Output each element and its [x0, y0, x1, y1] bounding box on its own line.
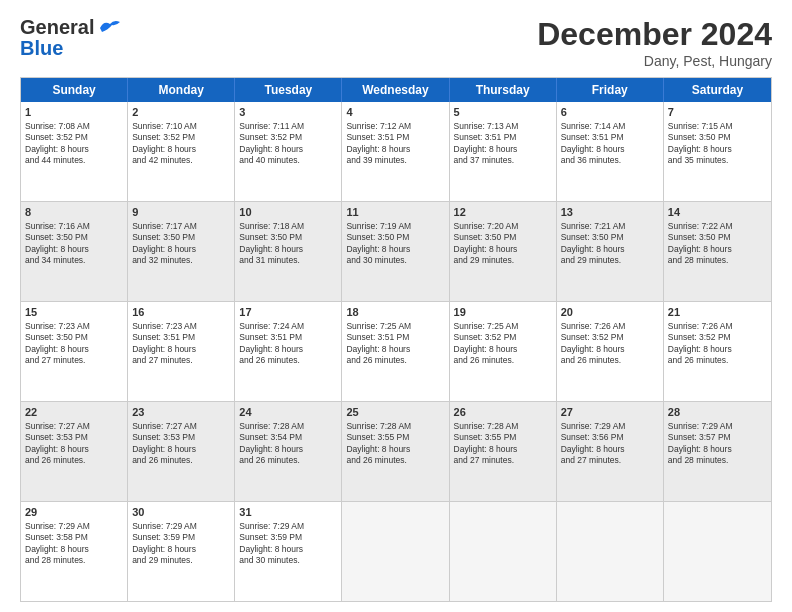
- day-info: Sunrise: 7:29 AM Sunset: 3:59 PM Dayligh…: [239, 521, 304, 565]
- day-info: Sunrise: 7:14 AM Sunset: 3:51 PM Dayligh…: [561, 121, 626, 165]
- calendar-cell: 9Sunrise: 7:17 AM Sunset: 3:50 PM Daylig…: [128, 202, 235, 301]
- day-info: Sunrise: 7:28 AM Sunset: 3:55 PM Dayligh…: [346, 421, 411, 465]
- calendar-cell: 5Sunrise: 7:13 AM Sunset: 3:51 PM Daylig…: [450, 102, 557, 201]
- logo-text: General: [20, 16, 94, 39]
- calendar-header: SundayMondayTuesdayWednesdayThursdayFrid…: [21, 78, 771, 102]
- subtitle: Dany, Pest, Hungary: [537, 53, 772, 69]
- day-info: Sunrise: 7:12 AM Sunset: 3:51 PM Dayligh…: [346, 121, 411, 165]
- calendar-week-row: 29Sunrise: 7:29 AM Sunset: 3:58 PM Dayli…: [21, 502, 771, 601]
- day-number: 27: [561, 405, 659, 420]
- day-number: 3: [239, 105, 337, 120]
- day-info: Sunrise: 7:16 AM Sunset: 3:50 PM Dayligh…: [25, 221, 90, 265]
- day-number: 7: [668, 105, 767, 120]
- calendar-cell: 28Sunrise: 7:29 AM Sunset: 3:57 PM Dayli…: [664, 402, 771, 501]
- day-info: Sunrise: 7:29 AM Sunset: 3:57 PM Dayligh…: [668, 421, 733, 465]
- logo-blue-text: Blue: [20, 37, 63, 60]
- day-info: Sunrise: 7:08 AM Sunset: 3:52 PM Dayligh…: [25, 121, 90, 165]
- calendar-cell: 21Sunrise: 7:26 AM Sunset: 3:52 PM Dayli…: [664, 302, 771, 401]
- calendar-cell: 12Sunrise: 7:20 AM Sunset: 3:50 PM Dayli…: [450, 202, 557, 301]
- calendar-cell: 13Sunrise: 7:21 AM Sunset: 3:50 PM Dayli…: [557, 202, 664, 301]
- day-info: Sunrise: 7:29 AM Sunset: 3:59 PM Dayligh…: [132, 521, 197, 565]
- day-info: Sunrise: 7:18 AM Sunset: 3:50 PM Dayligh…: [239, 221, 304, 265]
- calendar-cell: 29Sunrise: 7:29 AM Sunset: 3:58 PM Dayli…: [21, 502, 128, 601]
- calendar-cell: 19Sunrise: 7:25 AM Sunset: 3:52 PM Dayli…: [450, 302, 557, 401]
- calendar-week-row: 15Sunrise: 7:23 AM Sunset: 3:50 PM Dayli…: [21, 302, 771, 402]
- calendar-cell: 24Sunrise: 7:28 AM Sunset: 3:54 PM Dayli…: [235, 402, 342, 501]
- day-info: Sunrise: 7:15 AM Sunset: 3:50 PM Dayligh…: [668, 121, 733, 165]
- calendar-cell: 10Sunrise: 7:18 AM Sunset: 3:50 PM Dayli…: [235, 202, 342, 301]
- day-info: Sunrise: 7:19 AM Sunset: 3:50 PM Dayligh…: [346, 221, 411, 265]
- calendar-header-day: Tuesday: [235, 78, 342, 102]
- day-number: 22: [25, 405, 123, 420]
- day-number: 12: [454, 205, 552, 220]
- day-number: 10: [239, 205, 337, 220]
- day-info: Sunrise: 7:13 AM Sunset: 3:51 PM Dayligh…: [454, 121, 519, 165]
- calendar-cell: 4Sunrise: 7:12 AM Sunset: 3:51 PM Daylig…: [342, 102, 449, 201]
- calendar-cell: 16Sunrise: 7:23 AM Sunset: 3:51 PM Dayli…: [128, 302, 235, 401]
- day-number: 6: [561, 105, 659, 120]
- day-number: 19: [454, 305, 552, 320]
- calendar-cell: 6Sunrise: 7:14 AM Sunset: 3:51 PM Daylig…: [557, 102, 664, 201]
- calendar-cell: [664, 502, 771, 601]
- calendar-cell: 14Sunrise: 7:22 AM Sunset: 3:50 PM Dayli…: [664, 202, 771, 301]
- day-info: Sunrise: 7:17 AM Sunset: 3:50 PM Dayligh…: [132, 221, 197, 265]
- day-number: 4: [346, 105, 444, 120]
- calendar: SundayMondayTuesdayWednesdayThursdayFrid…: [20, 77, 772, 602]
- day-number: 30: [132, 505, 230, 520]
- day-info: Sunrise: 7:23 AM Sunset: 3:50 PM Dayligh…: [25, 321, 90, 365]
- calendar-cell: 7Sunrise: 7:15 AM Sunset: 3:50 PM Daylig…: [664, 102, 771, 201]
- day-info: Sunrise: 7:26 AM Sunset: 3:52 PM Dayligh…: [668, 321, 733, 365]
- calendar-week-row: 1Sunrise: 7:08 AM Sunset: 3:52 PM Daylig…: [21, 102, 771, 202]
- calendar-week-row: 22Sunrise: 7:27 AM Sunset: 3:53 PM Dayli…: [21, 402, 771, 502]
- day-info: Sunrise: 7:22 AM Sunset: 3:50 PM Dayligh…: [668, 221, 733, 265]
- calendar-cell: 3Sunrise: 7:11 AM Sunset: 3:52 PM Daylig…: [235, 102, 342, 201]
- calendar-week-row: 8Sunrise: 7:16 AM Sunset: 3:50 PM Daylig…: [21, 202, 771, 302]
- day-info: Sunrise: 7:20 AM Sunset: 3:50 PM Dayligh…: [454, 221, 519, 265]
- day-number: 28: [668, 405, 767, 420]
- calendar-cell: 25Sunrise: 7:28 AM Sunset: 3:55 PM Dayli…: [342, 402, 449, 501]
- day-number: 24: [239, 405, 337, 420]
- day-number: 2: [132, 105, 230, 120]
- day-info: Sunrise: 7:23 AM Sunset: 3:51 PM Dayligh…: [132, 321, 197, 365]
- calendar-cell: 27Sunrise: 7:29 AM Sunset: 3:56 PM Dayli…: [557, 402, 664, 501]
- calendar-cell: 22Sunrise: 7:27 AM Sunset: 3:53 PM Dayli…: [21, 402, 128, 501]
- title-area: December 2024 Dany, Pest, Hungary: [537, 16, 772, 69]
- calendar-header-day: Wednesday: [342, 78, 449, 102]
- calendar-header-day: Saturday: [664, 78, 771, 102]
- day-info: Sunrise: 7:27 AM Sunset: 3:53 PM Dayligh…: [132, 421, 197, 465]
- calendar-cell: 18Sunrise: 7:25 AM Sunset: 3:51 PM Dayli…: [342, 302, 449, 401]
- day-info: Sunrise: 7:29 AM Sunset: 3:58 PM Dayligh…: [25, 521, 90, 565]
- day-number: 5: [454, 105, 552, 120]
- calendar-cell: 2Sunrise: 7:10 AM Sunset: 3:52 PM Daylig…: [128, 102, 235, 201]
- calendar-header-day: Friday: [557, 78, 664, 102]
- day-info: Sunrise: 7:28 AM Sunset: 3:55 PM Dayligh…: [454, 421, 519, 465]
- calendar-header-day: Monday: [128, 78, 235, 102]
- day-number: 9: [132, 205, 230, 220]
- calendar-body: 1Sunrise: 7:08 AM Sunset: 3:52 PM Daylig…: [21, 102, 771, 601]
- day-number: 26: [454, 405, 552, 420]
- day-number: 23: [132, 405, 230, 420]
- header: General Blue December 2024 Dany, Pest, H…: [20, 16, 772, 69]
- logo-bird-icon: [98, 18, 120, 36]
- calendar-cell: [450, 502, 557, 601]
- day-number: 14: [668, 205, 767, 220]
- calendar-cell: 31Sunrise: 7:29 AM Sunset: 3:59 PM Dayli…: [235, 502, 342, 601]
- calendar-header-day: Sunday: [21, 78, 128, 102]
- day-info: Sunrise: 7:11 AM Sunset: 3:52 PM Dayligh…: [239, 121, 304, 165]
- day-info: Sunrise: 7:27 AM Sunset: 3:53 PM Dayligh…: [25, 421, 90, 465]
- calendar-header-day: Thursday: [450, 78, 557, 102]
- calendar-cell: 1Sunrise: 7:08 AM Sunset: 3:52 PM Daylig…: [21, 102, 128, 201]
- day-info: Sunrise: 7:26 AM Sunset: 3:52 PM Dayligh…: [561, 321, 626, 365]
- day-number: 15: [25, 305, 123, 320]
- calendar-cell: 8Sunrise: 7:16 AM Sunset: 3:50 PM Daylig…: [21, 202, 128, 301]
- calendar-cell: 20Sunrise: 7:26 AM Sunset: 3:52 PM Dayli…: [557, 302, 664, 401]
- page: General Blue December 2024 Dany, Pest, H…: [0, 0, 792, 612]
- day-number: 1: [25, 105, 123, 120]
- day-number: 20: [561, 305, 659, 320]
- day-info: Sunrise: 7:29 AM Sunset: 3:56 PM Dayligh…: [561, 421, 626, 465]
- day-info: Sunrise: 7:25 AM Sunset: 3:52 PM Dayligh…: [454, 321, 519, 365]
- day-info: Sunrise: 7:10 AM Sunset: 3:52 PM Dayligh…: [132, 121, 197, 165]
- day-number: 17: [239, 305, 337, 320]
- day-info: Sunrise: 7:21 AM Sunset: 3:50 PM Dayligh…: [561, 221, 626, 265]
- day-number: 16: [132, 305, 230, 320]
